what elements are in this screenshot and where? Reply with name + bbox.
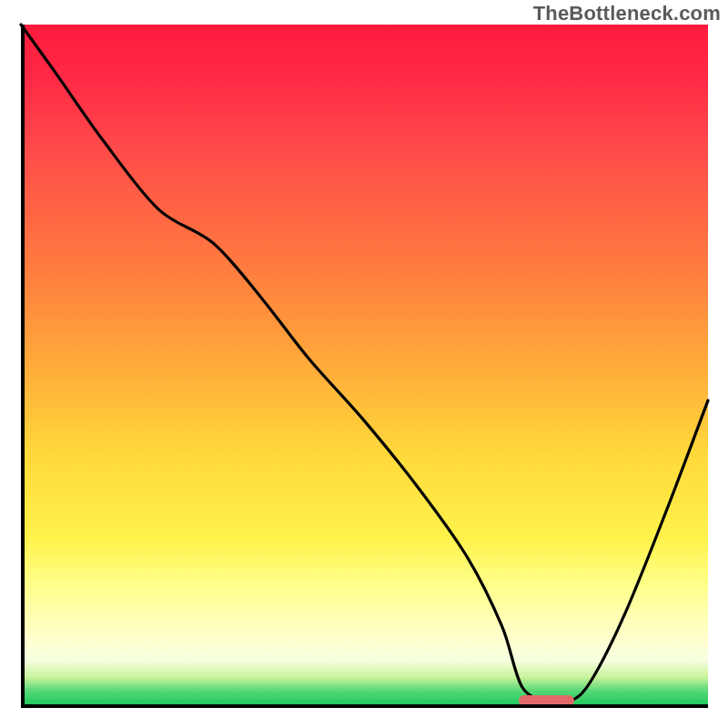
watermark-text: TheBottleneck.com bbox=[533, 2, 721, 25]
optimal-range-marker bbox=[519, 695, 573, 706]
bottleneck-curve-path bbox=[21, 25, 708, 703]
chart-plot-area bbox=[21, 25, 708, 708]
bottleneck-curve-svg bbox=[21, 25, 708, 708]
